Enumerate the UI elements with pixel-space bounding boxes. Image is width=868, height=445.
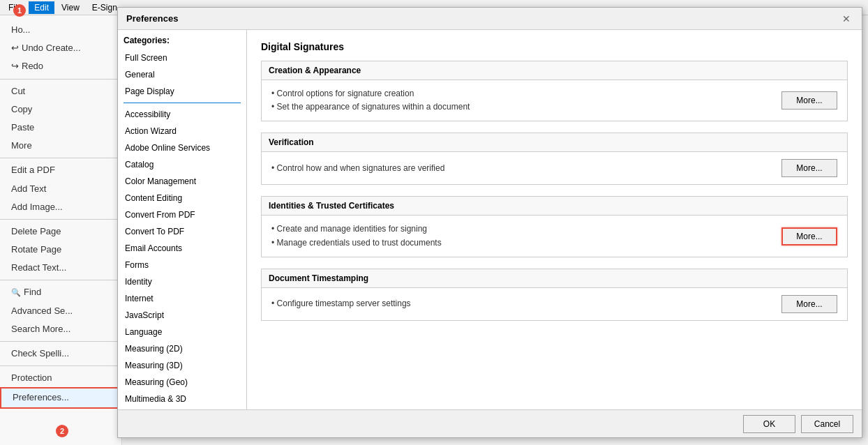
dialog-title-bar: Preferences ✕ xyxy=(118,8,862,30)
cat-email-accounts[interactable]: Email Accounts xyxy=(118,240,246,257)
cat-full-screen[interactable]: Full Screen xyxy=(118,50,246,66)
cat-general[interactable]: General xyxy=(118,66,246,83)
categories-panel: Categories: Full Screen General Page Dis… xyxy=(118,30,247,409)
section-verification-text: Control how and when signatures are veri… xyxy=(271,162,770,175)
identities-bullet-1: Create and manage identities for signing xyxy=(271,222,770,236)
creation-bullet-1: Control options for signature creation xyxy=(271,87,770,100)
dialog-footer: OK Cancel xyxy=(118,409,862,437)
badge-2: 2 xyxy=(56,425,68,437)
timestamping-bullet-1: Configure timestamp server settings xyxy=(271,297,770,310)
cat-convert-to-pdf[interactable]: Convert To PDF xyxy=(118,223,246,240)
section-identities-text: Create and manage identities for signing… xyxy=(271,222,770,249)
creation-more-button[interactable]: More... xyxy=(781,91,837,110)
verification-bullet-1: Control how and when signatures are veri… xyxy=(271,162,770,175)
section-creation: Creation & Appearance Control options fo… xyxy=(261,61,848,121)
cat-adobe-online[interactable]: Adobe Online Services xyxy=(118,139,246,156)
cat-javascript[interactable]: JavaScript xyxy=(118,307,246,324)
section-timestamping: Document Timestamping Configure timestam… xyxy=(261,269,848,321)
cat-page-display[interactable]: Page Display xyxy=(118,83,246,100)
dialog-overlay: Preferences ✕ Categories: Full Screen Ge… xyxy=(0,0,868,445)
cat-catalog[interactable]: Catalog xyxy=(118,156,246,173)
cat-multimedia-3d[interactable]: Multimedia & 3D xyxy=(118,391,246,404)
section-timestamping-header: Document Timestamping xyxy=(262,269,847,288)
cat-forms[interactable]: Forms xyxy=(118,257,246,273)
cat-color-management[interactable]: Color Management xyxy=(118,173,246,190)
dialog-title: Preferences xyxy=(126,13,178,24)
section-identities: Identities & Trusted Certificates Create… xyxy=(261,196,848,257)
section-timestamping-text: Configure timestamp server settings xyxy=(271,297,770,310)
cat-language[interactable]: Language xyxy=(118,324,246,340)
cat-measuring-3d[interactable]: Measuring (3D) xyxy=(118,357,246,374)
ok-button[interactable]: OK xyxy=(743,415,795,433)
cat-measuring-geo[interactable]: Measuring (Geo) xyxy=(118,374,246,391)
content-main-title: Digital Signatures xyxy=(261,41,848,52)
badge-1: 1 xyxy=(13,4,26,17)
section-identities-header: Identities & Trusted Certificates xyxy=(262,197,847,216)
section-creation-content: Control options for signature creation S… xyxy=(262,80,847,121)
section-identities-content: Create and manage identities for signing… xyxy=(262,216,847,256)
cat-internet[interactable]: Internet xyxy=(118,290,246,307)
dialog-body: Categories: Full Screen General Page Dis… xyxy=(118,30,862,409)
identities-bullet-2: Manage credentials used to trust documen… xyxy=(271,236,770,250)
timestamping-more-button[interactable]: More... xyxy=(781,295,837,313)
cat-measuring-2d[interactable]: Measuring (2D) xyxy=(118,340,246,357)
cancel-button[interactable]: Cancel xyxy=(801,415,853,433)
section-verification-content: Control how and when signatures are veri… xyxy=(262,152,847,184)
verification-more-button[interactable]: More... xyxy=(781,159,837,177)
section-verification-header: Verification xyxy=(262,133,847,152)
identities-more-button[interactable]: More... xyxy=(781,227,837,246)
cat-content-editing[interactable]: Content Editing xyxy=(118,190,246,206)
cat-identity[interactable]: Identity xyxy=(118,273,246,290)
content-panel: Digital Signatures Creation & Appearance… xyxy=(247,30,862,409)
section-creation-header: Creation & Appearance xyxy=(262,61,847,80)
categories-list: Full Screen General Page Display Accessi… xyxy=(118,50,246,404)
section-creation-text: Control options for signature creation S… xyxy=(271,87,770,114)
dialog-close-button[interactable]: ✕ xyxy=(839,12,853,26)
section-verification: Verification Control how and when signat… xyxy=(261,133,848,185)
cat-action-wizard[interactable]: Action Wizard xyxy=(118,123,246,139)
cat-convert-from-pdf[interactable]: Convert From PDF xyxy=(118,206,246,223)
cat-accessibility[interactable]: Accessibility xyxy=(118,106,246,123)
cat-divider xyxy=(124,103,241,103)
section-timestamping-content: Configure timestamp server settings More… xyxy=(262,288,847,320)
preferences-dialog: Preferences ✕ Categories: Full Screen Ge… xyxy=(117,7,862,438)
creation-bullet-2: Set the appearance of signatures within … xyxy=(271,100,770,114)
categories-label: Categories: xyxy=(118,36,246,50)
